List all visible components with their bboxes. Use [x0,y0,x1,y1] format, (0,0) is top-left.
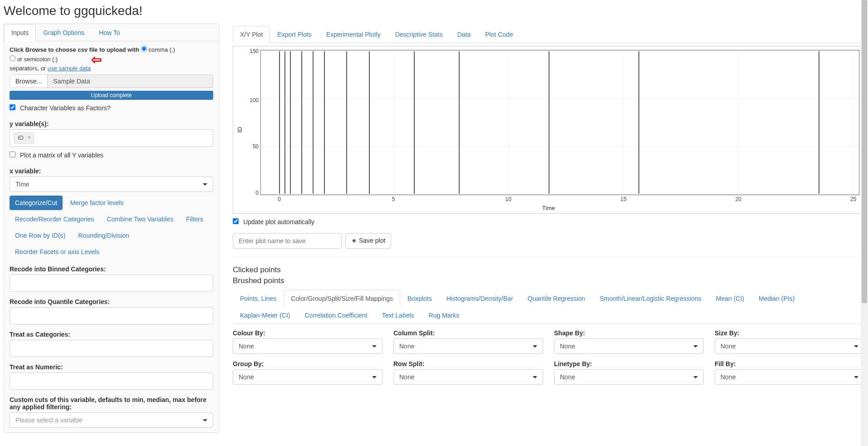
char-as-factor-checkbox[interactable] [10,104,15,110]
tab-color-mappings[interactable]: Color/Group/Split/Size/Fill Mappings [284,290,400,307]
shape-by-select[interactable]: None [554,338,704,354]
x-tick-20: 20 [736,196,741,202]
tab-experimental-plotly[interactable]: Experimental Plotly [319,26,388,43]
recode-quantile-label: Recode into Quantile Categories: [10,298,213,305]
chart-bar [638,51,639,194]
size-by-select[interactable]: None [715,338,864,354]
file-input-row: Browse... Sample Data [10,74,213,88]
linetype-by-label: Linetype By: [554,360,704,368]
tab-points-lines[interactable]: Points, Lines [233,290,284,307]
update-auto-checkbox[interactable] [233,218,239,224]
sep-comma-label: comma (,) [148,46,175,53]
pill-merge-factor[interactable]: Merge factor levels [64,196,129,210]
page-title: Welcome to ggquickeda! [4,4,868,18]
y-tick-50: 50 [248,143,259,150]
chart-bar [324,51,325,194]
plot-panel [260,50,859,195]
tab-text-labels[interactable]: Text Labels [375,307,422,324]
tab-histograms[interactable]: Histograms/Density/Bar [439,290,520,307]
use-sample-data-link[interactable]: use sample data [48,65,91,72]
tab-plot-code[interactable]: Plot Code [478,26,520,43]
mappings-grid: Colour By: None Column Split: None Shape… [233,329,864,385]
chart-bar [369,51,370,194]
tab-xy-plot[interactable]: X/Y Plot [233,26,270,43]
brushed-points-label: Brushed points [233,276,864,285]
colour-by-label: Colour By: [233,329,383,337]
recode-binned-select[interactable] [10,274,213,292]
remove-tag-icon[interactable]: × [28,134,31,142]
tab-how-to[interactable]: How To [92,24,127,41]
x-tick-25: 25 [850,196,856,202]
tab-inputs[interactable]: Inputs [4,24,36,41]
file-name-display: Sample Data [48,75,213,88]
tab-data[interactable]: Data [450,26,478,43]
sidebar-panel: Inputs Graph Options How To Click Browse… [4,24,219,433]
custom-cuts-label: Custom cuts of this variable, defaults t… [10,396,213,411]
chart-bar [290,51,291,194]
pill-filters[interactable]: Filters [181,212,209,226]
instruction-prefix: Click Browse to choose csv file to uploa… [10,46,139,53]
pill-recode-reorder[interactable]: Recode/Reorder Categories [10,212,99,226]
plot-area[interactable]: ID Time 0 50 100 150 [233,46,864,214]
colour-by-select[interactable]: None [233,338,383,354]
browse-button[interactable]: Browse... [10,75,48,88]
vertical-scrollbar[interactable] [861,0,868,433]
yvar-tag[interactable]: ID× [14,132,34,144]
pill-reorder-facets[interactable]: Reorder Facets or axis Levels [10,245,105,259]
sep-semicolon-radio[interactable] [10,55,15,61]
tab-median-pis[interactable]: Median (PIs) [751,290,802,307]
sep-comma-radio[interactable] [141,46,147,52]
plot-option-tabs: Points, Lines Color/Group/Split/Size/Fil… [233,290,864,324]
fill-by-select[interactable]: None [715,369,864,385]
save-plot-button[interactable]: ★Save plot [345,233,391,249]
treat-cat-select[interactable] [10,340,213,357]
row-split-select[interactable]: None [393,369,543,385]
tab-graph-options[interactable]: Graph Options [36,24,92,41]
sep-semicolon-label: or semicolon (;) [17,56,58,63]
plot-matrix-checkbox[interactable] [10,152,15,157]
chart-bar [284,51,285,194]
tab-quantile-regression[interactable]: Quantile Regression [520,290,593,307]
x-tick-5: 5 [392,196,395,202]
tab-boxplots[interactable]: Boxplots [400,290,439,307]
pill-combine-two[interactable]: Combine Two Variables [101,212,179,226]
pill-rounding-division[interactable]: Rounding/Division [73,228,135,243]
tab-descriptive-stats[interactable]: Descriptive Stats [388,26,450,43]
treat-num-select[interactable] [10,372,213,390]
scrollbar-thumb[interactable] [862,0,867,303]
pill-categorize-cut[interactable]: Categorize/Cut [10,196,63,210]
y-tick-150: 150 [245,48,259,54]
recode-quantile-select[interactable] [10,307,213,324]
plot-matrix-label: Plot a matrix of all Y variables [20,152,103,159]
chart-bar [414,51,415,194]
y-tick-0: 0 [250,190,259,196]
row-split-label: Row Split: [393,360,543,368]
y-tick-100: 100 [245,97,259,103]
chart-bar [279,51,280,194]
group-by-select[interactable]: None [233,369,383,385]
chart-bar [301,51,302,194]
xvar-select[interactable]: Time [10,176,213,192]
linetype-by-select[interactable]: None [554,369,704,385]
tab-export-plots[interactable]: Export Plots [270,26,319,43]
char-as-factor-label: Character Variables as Factors? [20,104,111,112]
treat-cat-label: Treat as Categories: [10,331,213,338]
chart-bar [346,51,347,194]
shape-by-label: Shape By: [554,329,704,337]
tab-rug-marks[interactable]: Rug Marks [422,307,467,324]
chart-bar [819,51,819,194]
column-split-select[interactable]: None [393,338,543,354]
categorize-pills: Categorize/Cut Merge factor levels Recod… [10,196,213,259]
x-tick-10: 10 [505,196,511,202]
chart-bar [313,51,314,194]
left-tabs: Inputs Graph Options How To [4,24,219,41]
pill-one-row-ids[interactable]: One Row by ID(s) [10,228,71,243]
custom-cuts-select[interactable]: Please select a variable [10,412,213,428]
plot-name-input[interactable] [233,233,342,249]
treat-num-label: Treat as Numeric: [10,363,213,371]
yvar-select[interactable]: ID× [10,129,213,147]
tab-corr-coef[interactable]: Correlation Coefficient [297,307,374,324]
tab-kaplan-meier[interactable]: Kaplan-Meier (CI) [233,307,297,324]
tab-mean-ci[interactable]: Mean (CI) [709,290,751,307]
tab-smooth-regressions[interactable]: Smooth/Linear/Logistic Regressions [593,290,709,307]
